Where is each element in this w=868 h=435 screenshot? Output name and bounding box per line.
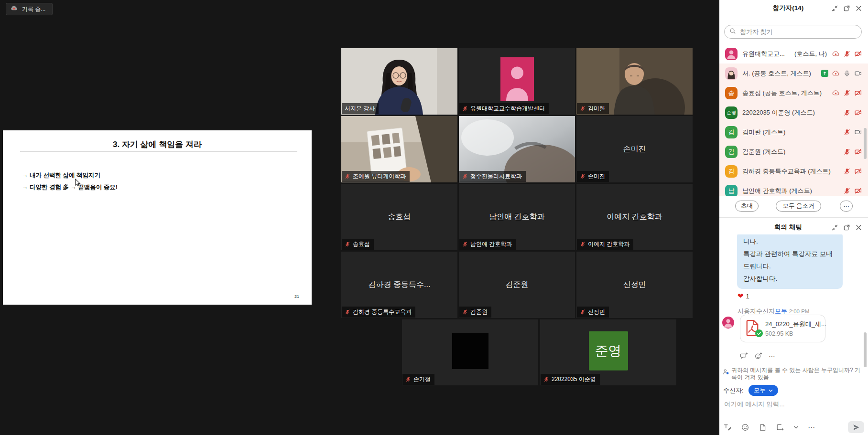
chevron-down-icon[interactable] xyxy=(793,425,799,429)
participant-row[interactable]: 김 김미란 (게스트) xyxy=(719,122,868,142)
emoji-react-icon[interactable] xyxy=(754,352,762,360)
participant-name: 송효섭 (공동 호스트, 게스트) xyxy=(742,89,822,97)
participant-name: 김미란 (게스트) xyxy=(742,128,785,137)
shared-slide: 3. 자기 삶에 책임을 져라 → 내가 선택한 삶에 책임지기 → 다양한 경… xyxy=(3,130,312,305)
participant-row[interactable]: 준영 22022035 이준영 (게스트) xyxy=(719,103,868,122)
more-actions-icon[interactable]: ⋯ xyxy=(769,352,775,360)
video-tile[interactable]: 신정민신정민 xyxy=(576,252,693,318)
side-panel: 참가자(14) 유원대학교교... (호스트, 나) 서. (공동 호스트, 게… xyxy=(719,0,868,435)
video-tile[interactable]: 김미란 xyxy=(576,48,693,115)
reaction-count: 1 xyxy=(746,293,749,300)
mic-off-icon xyxy=(843,187,851,195)
file-size: 502.95 KB xyxy=(765,330,826,337)
message-reaction[interactable]: ❤ 1 xyxy=(738,292,749,300)
mic-muted-icon xyxy=(462,173,468,180)
chat-message-bubble: 니나. 특강과 관련하여 특강자료 보내드립니다. 감사합니다. xyxy=(737,234,843,289)
collapse-icon[interactable] xyxy=(831,5,838,12)
video-tile[interactable]: 유원대학교교수학습개발센터 xyxy=(459,48,575,115)
file-card[interactable]: 24_0220_유원대_새... 502.95 KB xyxy=(740,315,825,342)
video-tile[interactable]: 손기철 xyxy=(402,319,538,385)
emoji-icon[interactable] xyxy=(741,423,749,432)
invite-button[interactable]: 초대 xyxy=(735,201,759,212)
recording-badge[interactable]: 기록 중... xyxy=(6,3,53,15)
video-tile[interactable]: 송효섭송효섭 xyxy=(341,184,457,250)
participant-name-label: 정수진물리치료학과 xyxy=(459,171,526,182)
avatar-initials: 준영 xyxy=(589,331,628,371)
more-icon[interactable]: ⋯ xyxy=(808,423,815,432)
tile-name-text: 유원대학교교수학습개발센터 xyxy=(470,105,545,113)
send-button[interactable] xyxy=(848,421,864,433)
file-check-icon xyxy=(755,329,763,339)
participant-name-label: 이예지 간호학과 xyxy=(577,239,633,250)
video-tile[interactable]: 서지은 강사 xyxy=(341,48,457,115)
privacy-person-icon xyxy=(722,367,729,381)
close-icon[interactable] xyxy=(855,224,862,231)
mic-muted-icon xyxy=(345,241,350,247)
cam-off-icon xyxy=(854,187,862,195)
mic-muted-icon xyxy=(345,173,350,180)
participant-name-label: 22022035 이준영 xyxy=(541,374,600,385)
message-input[interactable] xyxy=(723,400,864,408)
participant-name-label: 신정민 xyxy=(577,307,609,318)
tile-name-text: 김미란 xyxy=(588,105,605,113)
file-name: 24_0220_유원대_새... xyxy=(765,320,826,329)
participant-search-input[interactable] xyxy=(739,28,857,36)
privacy-notice: 귀하의 메시지를 볼 수 있는 사람은 누구입니까? 기록이 켜져 있음 xyxy=(722,367,865,381)
mic-muted-icon xyxy=(580,173,586,180)
popout-icon[interactable] xyxy=(843,224,850,231)
video-tile[interactable]: 남인애 간호학과남인애 간호학과 xyxy=(459,184,575,250)
participant-name: 서. (공동 호스트, 게스트) xyxy=(742,69,811,78)
avatar xyxy=(725,67,738,80)
cam-off-icon xyxy=(854,167,862,175)
mute-all-button[interactable]: 모두 음소거 xyxy=(776,201,821,212)
video-tile[interactable]: 조예원 뷰티케어학과 xyxy=(341,116,457,182)
video-tile[interactable]: 준영22022035 이준영 xyxy=(540,319,676,385)
participant-status-icons xyxy=(843,167,862,175)
cloud-recording-icon xyxy=(832,89,840,97)
participants-header: 참가자(14) xyxy=(719,0,868,16)
participants-more-button[interactable]: ⋯ xyxy=(840,201,853,212)
participant-row[interactable]: 송 송효섭 (공동 호스트, 게스트) xyxy=(719,83,868,103)
video-tile[interactable]: 손미진손미진 xyxy=(576,116,693,182)
cloud-recording-icon xyxy=(832,50,840,58)
recipient-select[interactable]: 모두 xyxy=(749,385,778,396)
recipient-label: 수신자: xyxy=(723,386,744,395)
screenshot-icon[interactable] xyxy=(776,423,784,432)
collapse-icon[interactable] xyxy=(831,224,838,231)
participants-scrollbar[interactable] xyxy=(864,128,867,159)
video-tile[interactable]: 정수진물리치료학과 xyxy=(459,116,575,182)
recipient-value: 모두 xyxy=(754,386,766,394)
message-sender: 사용자 xyxy=(738,308,756,315)
participant-status-icons xyxy=(843,187,862,195)
participant-row[interactable]: 서. (공동 호스트, 게스트) xyxy=(719,64,868,83)
cam-on-icon xyxy=(854,128,862,136)
avatar xyxy=(722,317,734,329)
participant-row[interactable]: 김 김준원 (게스트) xyxy=(719,142,868,161)
tile-name-text: 김하경 중등특수교육과 xyxy=(353,308,412,316)
participant-name: 김하경 중등특수교육과 (게스트) xyxy=(742,167,831,176)
file-icon[interactable] xyxy=(759,424,767,432)
participant-row[interactable]: 남 남인애 간호학과 (게스트) xyxy=(719,181,868,196)
message-recipient[interactable]: 모두 xyxy=(775,308,787,315)
close-icon[interactable] xyxy=(855,5,862,12)
tile-name-text: 22022035 이준영 xyxy=(552,375,596,383)
chat-scrollbar[interactable] xyxy=(864,332,867,367)
video-tile[interactable]: 김하경 중등특수...김하경 중등특수교육과 xyxy=(341,252,457,318)
mic-muted-icon xyxy=(462,241,468,247)
participant-row[interactable]: 유원대학교교... (호스트, 나) xyxy=(719,44,868,64)
mic-off-icon xyxy=(843,148,851,156)
participant-name-label: 손기철 xyxy=(402,374,434,385)
chat-title: 회의 채팅 xyxy=(719,223,831,232)
cloud-recording-icon xyxy=(10,4,18,14)
participant-row[interactable]: 김 김하경 중등특수교육과 (게스트) xyxy=(719,161,868,181)
mic-muted-icon xyxy=(580,309,586,315)
video-tile[interactable]: 이예지 간호학과이예지 간호학과 xyxy=(576,184,693,250)
video-tile[interactable]: 김준원김준원 xyxy=(459,252,575,318)
reply-icon[interactable] xyxy=(740,352,748,360)
mic-muted-icon xyxy=(580,106,586,112)
format-icon[interactable] xyxy=(723,423,732,432)
screen-share-icon xyxy=(821,70,828,77)
participant-name: 남인애 간호학과 (게스트) xyxy=(742,187,812,195)
popout-icon[interactable] xyxy=(843,5,850,12)
participant-status-icons xyxy=(843,148,862,156)
